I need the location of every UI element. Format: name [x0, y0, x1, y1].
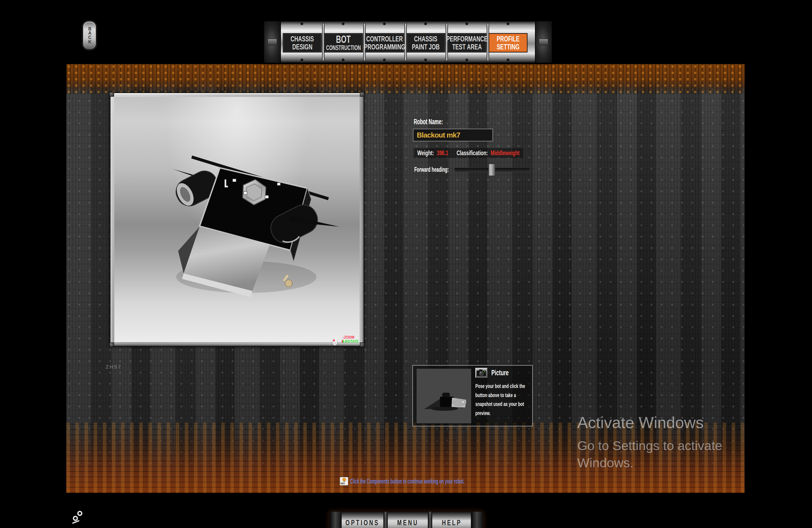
bottom-bar-post	[383, 512, 388, 528]
navbar-right-cap	[535, 21, 552, 62]
camera-icon	[476, 368, 487, 377]
tab-profile-setting[interactable]: PROFILE SETTING	[489, 33, 527, 53]
nav-tabs: CHASSIS DESIGN BOT CONSTRUCTION CONTROLL…	[283, 33, 527, 53]
take-snapshot-button[interactable]	[475, 368, 488, 378]
watermark-title: Activate Windows	[577, 413, 735, 431]
watermark-subtitle: Go to Settings to activate Windows.	[577, 437, 735, 471]
frame-screw-icon	[110, 92, 114, 97]
mouse-icon	[333, 339, 337, 346]
menu-button[interactable]: MENU	[388, 517, 428, 528]
frame-screw-icon	[360, 342, 365, 347]
forward-heading-slider-handle[interactable]	[488, 164, 495, 176]
mouse-button-swatch-icon	[342, 340, 344, 343]
rotate-legend: -ROTATE	[342, 339, 359, 343]
tips-icon: tips	[340, 477, 348, 485]
back-button[interactable]: BACK	[82, 20, 97, 50]
weight-classification-row: Weight: 398.1 Classification: Middleweig…	[414, 148, 523, 158]
weight-value: 398.1	[437, 149, 448, 157]
navbar-rivets-top	[281, 22, 534, 26]
tab-bot-construction[interactable]: BOT CONSTRUCTION	[324, 33, 363, 53]
circuit-top-band	[66, 64, 744, 94]
picture-panel-title: Picture	[491, 368, 509, 377]
navbar-left-cap	[264, 21, 281, 62]
tab-chassis-paint-job[interactable]: CHASSIS PAINT JOB	[406, 33, 445, 53]
tab-chassis-design[interactable]: CHASSIS DESIGN	[283, 33, 322, 53]
weight-label: Weight:	[417, 149, 434, 157]
options-button[interactable]: OPTIONS	[342, 517, 383, 528]
help-button[interactable]: HELP	[432, 517, 472, 528]
back-button-label: BACK	[88, 27, 91, 44]
top-navigation-bar: CHASSIS DESIGN BOT CONSTRUCTION CONTROLL…	[264, 21, 552, 63]
robot-name-input[interactable]	[413, 129, 493, 142]
bot-snapshot-thumbnail	[416, 368, 472, 424]
frame-screw-icon	[360, 92, 365, 97]
robot-3d-render	[114, 97, 360, 342]
percent-glyph-artifact	[71, 509, 85, 525]
classification-label: Classification:	[456, 149, 488, 157]
bottom-bar-left-cap	[330, 512, 342, 528]
navbar-rivets-bottom	[281, 58, 534, 62]
bottom-bar-right-cap	[471, 512, 483, 528]
activate-windows-watermark: Activate Windows Go to Settings to activ…	[577, 413, 735, 471]
picture-panel: Picture Pose your bot and click the butt…	[412, 365, 533, 426]
bot-preview-frame: ┌ZOOM -ROTATE	[110, 92, 364, 347]
picture-panel-description: Pose your bot and click the button above…	[475, 382, 530, 417]
frame-screw-icon	[110, 342, 114, 347]
bot-thumbnail-render	[417, 369, 471, 423]
bot-3d-viewport[interactable]: ┌ZOOM -ROTATE	[114, 97, 360, 342]
zoom-legend: ┌ZOOM	[342, 335, 359, 339]
bottom-menu-bar: OPTIONS MENU HELP	[329, 511, 483, 528]
classification-value: Middleweight	[491, 149, 520, 157]
profile-setting-screen: ZH57 BACK CHASSIS DESIGN BOT CONSTRUCTIO…	[0, 0, 812, 528]
tip-message: Click the Components button to continue …	[350, 478, 465, 485]
svg-text:tips: tips	[340, 482, 345, 485]
robot-name-label: Robot Name:	[414, 118, 443, 126]
mouse-controls-legend: ┌ZOOM -ROTATE	[338, 335, 359, 343]
tab-controller-programming[interactable]: CONTROLLER PROGRAMMING	[365, 33, 404, 53]
tab-performance-test-area[interactable]: PERFORMANCE TEST AREA	[447, 33, 487, 53]
forward-heading-label: Forward heading:	[414, 166, 449, 173]
bottom-bar-post	[428, 512, 432, 528]
background-code-label: ZH57	[105, 364, 121, 370]
